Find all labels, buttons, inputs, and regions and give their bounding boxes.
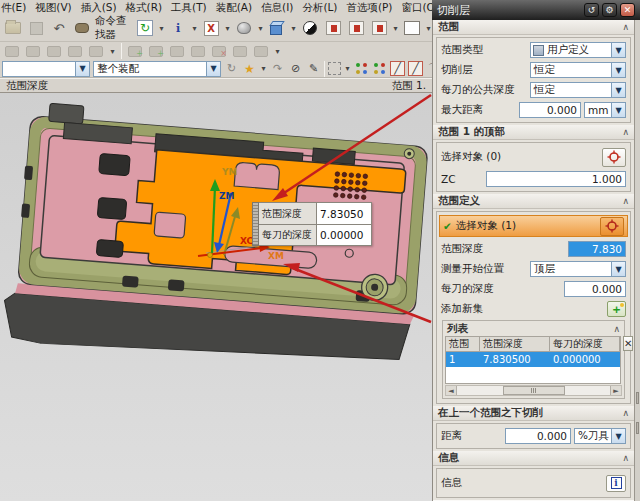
chevron-down-icon[interactable]: ▾ bbox=[109, 47, 116, 56]
chevron-down-icon[interactable]: ▼ bbox=[611, 83, 625, 97]
section-header-range[interactable]: 范围 ∧ bbox=[433, 20, 634, 35]
max-distance-input[interactable]: 0.000 bbox=[519, 102, 581, 118]
select-object-0-button[interactable] bbox=[602, 148, 626, 167]
range-type-combo[interactable]: 用户定义 ▼ bbox=[530, 42, 626, 58]
menu-window[interactable]: 窗口(O) bbox=[401, 1, 432, 15]
wave-link-icon-3[interactable] bbox=[169, 43, 185, 59]
menu-information[interactable]: 信息(I) bbox=[261, 1, 293, 15]
object-info-icon[interactable]: i bbox=[168, 18, 188, 38]
edit-selection-icon[interactable]: ✎ bbox=[306, 61, 321, 76]
snap-point-cluster-icon[interactable] bbox=[354, 61, 369, 76]
collapse-icon[interactable]: ∧ bbox=[622, 408, 629, 418]
distance-unit-combo[interactable]: %刀具 ▼ bbox=[574, 428, 626, 444]
range-depth-input[interactable]: 7.830 bbox=[568, 241, 626, 257]
graphics-viewport[interactable]: YM ZM XC XM 范围深度 7.83050 每刀的深度 0.00000 bbox=[0, 92, 432, 501]
snap-endpoint-icon[interactable]: ╱ bbox=[390, 61, 405, 76]
chevron-down-icon[interactable]: ▾ bbox=[191, 24, 198, 33]
menu-assemblies[interactable]: 装配(A) bbox=[216, 1, 252, 15]
table-row[interactable]: 1 7.830500 0.000000 bbox=[446, 352, 620, 367]
menu-tools[interactable]: 工具(T) bbox=[171, 1, 207, 15]
redo-selection-icon[interactable]: ↷ bbox=[270, 61, 285, 76]
background-swatch-icon[interactable] bbox=[402, 18, 422, 38]
chevron-down-icon[interactable]: ▼ bbox=[611, 103, 625, 117]
tooltip-depth-per-cut-value[interactable]: 0.00000 bbox=[317, 224, 372, 246]
distance-input[interactable]: 0.000 bbox=[505, 428, 571, 444]
chevron-down-icon[interactable]: ▾ bbox=[392, 24, 399, 33]
menu-view[interactable]: 视图(V) bbox=[35, 1, 71, 15]
clip-section-icon[interactable] bbox=[346, 18, 366, 38]
selection-filter-combo[interactable]: ▼ bbox=[2, 61, 90, 77]
collapse-icon[interactable]: ∧ bbox=[622, 196, 629, 206]
chevron-down-icon[interactable]: ▼ bbox=[206, 62, 220, 76]
command-finder-label[interactable]: 命令查找器 bbox=[95, 15, 132, 42]
refresh-icon[interactable]: ↻ bbox=[135, 18, 155, 38]
section-header-range-definition[interactable]: 范围定义 ∧ bbox=[433, 194, 634, 209]
depth-tooltip[interactable]: 范围深度 7.83050 每刀的深度 0.00000 bbox=[252, 202, 372, 246]
menu-preferences[interactable]: 首选项(P) bbox=[346, 1, 392, 15]
wave-link-icon-1[interactable] bbox=[127, 43, 143, 59]
assembly-icon-1[interactable] bbox=[4, 43, 20, 59]
assembly-icon-4[interactable] bbox=[67, 43, 83, 59]
table-hscrollbar[interactable]: ◄ ► bbox=[445, 385, 622, 396]
collapse-icon[interactable]: ∧ bbox=[622, 22, 629, 32]
chevron-down-icon[interactable]: ▼ bbox=[611, 429, 625, 443]
viewport-canvas[interactable]: YM ZM XC XM bbox=[0, 93, 432, 501]
depth-per-cut-input[interactable]: 0.000 bbox=[564, 281, 626, 297]
remove-row-button[interactable]: ✕ bbox=[623, 336, 633, 351]
dialog-titlebar[interactable]: 切削层 ↺ ⚙ ✕ bbox=[432, 0, 640, 20]
shaded-cube-icon[interactable] bbox=[267, 18, 287, 38]
chevron-down-icon[interactable]: ▼ bbox=[611, 43, 625, 57]
snap-color-icon[interactable] bbox=[372, 61, 387, 76]
tooltip-range-depth-value[interactable]: 7.83050 bbox=[317, 202, 372, 224]
spreadsheet-icon[interactable]: X bbox=[201, 18, 221, 38]
add-new-set-button[interactable]: ＋ bbox=[607, 301, 626, 317]
wave-link-icon-5[interactable] bbox=[211, 43, 227, 59]
zc-input[interactable]: 1.000 bbox=[486, 171, 626, 187]
chevron-down-icon[interactable]: ▾ bbox=[260, 64, 267, 73]
open-icon[interactable] bbox=[3, 18, 23, 38]
wave-link-icon-2[interactable] bbox=[148, 43, 164, 59]
dialog-close-button[interactable]: ✕ bbox=[620, 3, 635, 17]
menu-format[interactable]: 格式(R) bbox=[126, 1, 163, 15]
section-header-range1-top[interactable]: 范围 1 的顶部 ∧ bbox=[433, 125, 634, 140]
dialog-settings-button[interactable]: ⚙ bbox=[602, 3, 617, 17]
menu-file[interactable]: 件(E) bbox=[1, 1, 26, 15]
measure-start-combo[interactable]: 顶层 ▼ bbox=[530, 261, 626, 277]
wave-link-icon-7[interactable] bbox=[253, 43, 269, 59]
section-view-icon[interactable] bbox=[323, 18, 343, 38]
assembly-icon-3[interactable] bbox=[46, 43, 62, 59]
list-header[interactable]: 列表 ∧ bbox=[445, 322, 622, 336]
scrollbar-thumb[interactable] bbox=[503, 386, 565, 395]
common-depth-combo[interactable]: 恒定 ▼ bbox=[530, 82, 626, 98]
select-object-1-row[interactable]: ✔ 选择对象 (1) bbox=[439, 215, 628, 237]
chevron-down-icon[interactable]: ▾ bbox=[274, 47, 281, 56]
cut-levels-combo[interactable]: 恒定 ▼ bbox=[530, 62, 626, 78]
highlight-star-icon[interactable]: ★ bbox=[242, 61, 257, 76]
tooltip-grip[interactable] bbox=[252, 202, 259, 246]
save-icon[interactable] bbox=[26, 18, 46, 38]
deselect-all-icon[interactable]: ⊘ bbox=[288, 61, 303, 76]
section-header-below-range[interactable]: 在上一个范围之下切削 ∧ bbox=[433, 406, 634, 421]
ranges-table[interactable]: 范围 范围深度 每刀的深度 1 7.830500 0.000000 bbox=[445, 336, 621, 384]
triad-origin[interactable] bbox=[208, 253, 213, 258]
chevron-down-icon[interactable]: ▼ bbox=[611, 262, 625, 276]
collapse-icon[interactable]: ∧ bbox=[622, 127, 629, 137]
chevron-down-icon[interactable]: ▼ bbox=[611, 63, 625, 77]
window-edge-strip[interactable] bbox=[634, 20, 640, 501]
chevron-down-icon[interactable]: ▾ bbox=[257, 24, 264, 33]
information-button[interactable]: i bbox=[606, 475, 626, 492]
render-style-icon[interactable] bbox=[300, 18, 320, 38]
menu-insert[interactable]: 插入(S) bbox=[81, 1, 117, 15]
chevron-down-icon[interactable]: ▾ bbox=[290, 24, 297, 33]
assembly-icon-5[interactable] bbox=[88, 43, 104, 59]
chevron-down-icon[interactable]: ▾ bbox=[425, 24, 432, 33]
section-settings-icon[interactable] bbox=[369, 18, 389, 38]
refresh-selection-icon[interactable]: ↻ bbox=[224, 61, 239, 76]
dialog-reset-button[interactable]: ↺ bbox=[584, 3, 599, 17]
max-distance-unit-combo[interactable]: mm ▼ bbox=[584, 102, 626, 118]
wave-link-icon-4[interactable] bbox=[190, 43, 206, 59]
chevron-down-icon[interactable]: ▾ bbox=[158, 24, 165, 33]
select-object-1-button[interactable] bbox=[600, 217, 624, 236]
menu-analysis[interactable]: 分析(L) bbox=[302, 1, 337, 15]
rectangle-select-icon[interactable] bbox=[328, 62, 341, 75]
